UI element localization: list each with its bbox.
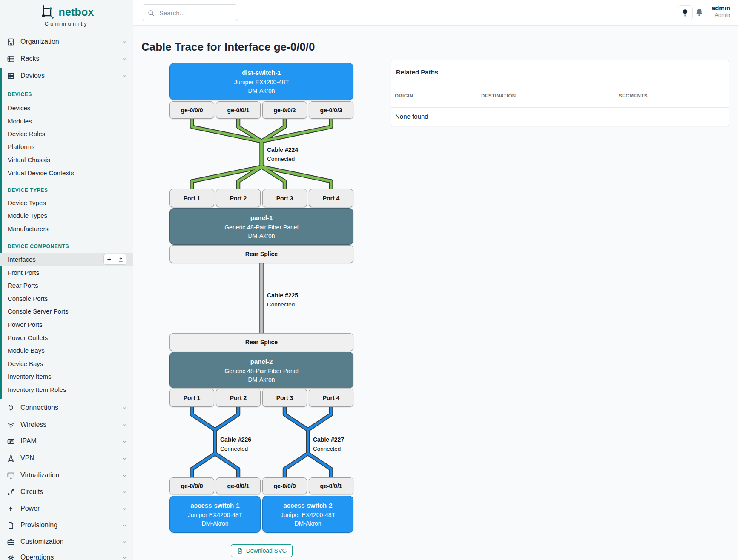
device-site: DM-Akron (170, 519, 260, 528)
port-box[interactable]: ge-0/0/3 (309, 101, 353, 119)
port-box[interactable]: Port 4 (309, 389, 353, 407)
search-input[interactable] (158, 9, 233, 17)
sidebar-group-racks[interactable]: Racks (0, 51, 133, 67)
netbox-app: netbox Community Organization Racks Devi… (0, 0, 738, 560)
group-label: Operations (20, 554, 121, 560)
port-box[interactable]: ge-0/0/1 (216, 101, 261, 119)
theme-toggle-button[interactable] (678, 5, 693, 20)
cable-label-226[interactable]: Cable #226 Connected (220, 436, 251, 452)
sidebar-group-customization[interactable]: Customization (0, 534, 133, 550)
sidebar-group-circuits[interactable]: Circuits (0, 484, 133, 500)
interface-add-button[interactable] (103, 254, 115, 265)
port-box[interactable]: ge-0/0/0 (169, 477, 214, 494)
sidebar-item[interactable]: Front Ports (0, 266, 133, 279)
sidebar-item[interactable]: Device Bays (0, 357, 133, 370)
device-name: access-switch-1 (170, 501, 260, 509)
chevron-down-icon (121, 506, 128, 512)
plus-icon (106, 257, 112, 262)
sidebar-item[interactable]: Console Ports (0, 292, 133, 305)
sidebar-group-devices[interactable]: Devices (0, 68, 133, 84)
sidebar-group-power[interactable]: Power (0, 500, 133, 517)
rear-splice-box[interactable]: Rear Splice (169, 245, 353, 263)
device-site: DM-Akron (170, 375, 353, 384)
sidebar-item[interactable]: Power Outlets (0, 331, 133, 344)
sidebar-group-operations[interactable]: Operations (0, 549, 133, 560)
user-menu[interactable]: admin Admin (712, 4, 730, 19)
port-box[interactable]: Port 4 (309, 189, 353, 207)
cable-id: Cable #227 (313, 436, 344, 443)
gear-icon (7, 554, 15, 560)
port-box[interactable]: ge-0/0/0 (169, 101, 214, 119)
port-box[interactable]: Port 1 (169, 389, 214, 407)
chevron-down-icon (121, 73, 128, 79)
sidebar-group-provisioning[interactable]: Provisioning (0, 517, 133, 533)
sidebar-item[interactable]: Virtual Chassis (0, 153, 133, 166)
wifi-icon (7, 421, 15, 429)
netbox-logo[interactable]: netbox Community (0, 4, 133, 27)
sidebar-item[interactable]: Console Server Ports (0, 305, 133, 318)
bolt-icon (7, 505, 15, 513)
cable-id: Cable #224 (267, 146, 298, 154)
sidebar-group-connections[interactable]: Connections (0, 400, 133, 416)
port-box[interactable]: Port 2 (216, 389, 261, 407)
cable-label-224[interactable]: Cable #224 Connected (267, 146, 298, 163)
sidebar-item[interactable]: Modules (0, 114, 133, 128)
trace-node-dist-switch[interactable]: dist-switch-1 Juniper EX4200-48T DM-Akro… (169, 63, 353, 100)
chevron-down-icon (121, 39, 128, 45)
cable-label-225[interactable]: Cable #225 Connected (267, 292, 298, 308)
group-label: Racks (20, 55, 121, 63)
notifications-button[interactable] (695, 8, 704, 17)
sidebar-item[interactable]: Inventory Item Roles (0, 383, 133, 396)
download-svg-label: Download SVG (246, 547, 287, 554)
device-model: Juniper EX4200-48T (170, 78, 353, 86)
trace-node-panel-2[interactable]: panel-2 Generic 48-Pair Fiber Panel DM-A… (169, 352, 353, 388)
group-label: Power (20, 505, 121, 512)
lightbulb-icon (681, 9, 689, 17)
sidebar-item[interactable]: Manufacturers (0, 222, 133, 235)
cable-status: Connected (267, 155, 298, 163)
port-box[interactable]: Port 3 (262, 189, 307, 207)
sidebar-group-organization[interactable]: Organization (0, 34, 133, 50)
rear-splice-box[interactable]: Rear Splice (169, 333, 353, 351)
sidebar-item[interactable]: Platforms (0, 140, 133, 153)
sidebar-group-virtualization[interactable]: Virtualization (0, 467, 133, 483)
group-label: Connections (20, 404, 121, 411)
server-icon (7, 72, 15, 80)
interface-import-button[interactable] (115, 254, 126, 265)
sidebar-group-wireless[interactable]: Wireless (0, 417, 133, 433)
port-box[interactable]: Port 2 (216, 189, 261, 207)
sidebar-item[interactable]: Device Types (0, 196, 133, 209)
section-header-device-types: DEVICE TYPES (8, 187, 48, 193)
group-label: Customization (20, 538, 121, 546)
sidebar-item[interactable]: Virtual Device Contexts (0, 166, 133, 180)
trace-node-access-switch-2[interactable]: access-switch-2 Juniper EX4200-48T DM-Ak… (262, 496, 353, 533)
sidebar-item[interactable]: Power Ports (0, 318, 133, 331)
device-model: Juniper EX4200-48T (263, 511, 353, 519)
chevron-down-icon (121, 472, 128, 479)
trace-node-panel-1[interactable]: panel-1 Generic 48-Pair Fiber Panel DM-A… (169, 208, 353, 245)
cable-label-227[interactable]: Cable #227 Connected (313, 436, 344, 452)
sidebar-item[interactable]: Inventory Items (0, 370, 133, 383)
sidebar-item[interactable]: Rear Ports (0, 279, 133, 292)
port-box[interactable]: Port 1 (169, 189, 214, 207)
device-model: Generic 48-Pair Fiber Panel (170, 223, 353, 231)
sidebar-item[interactable]: Devices (0, 101, 133, 114)
port-box[interactable]: ge-0/0/0 (262, 477, 307, 494)
port-box[interactable]: ge-0/0/1 (309, 477, 353, 494)
device-name: panel-2 (170, 357, 353, 366)
sidebar-group-ipam[interactable]: IPAM (0, 433, 133, 449)
trace-node-access-switch-1[interactable]: access-switch-1 Juniper EX4200-48T DM-Ak… (169, 496, 261, 533)
download-svg-button[interactable]: Download SVG (231, 544, 293, 557)
device-name: dist-switch-1 (170, 69, 353, 77)
group-label: Provisioning (20, 521, 121, 529)
global-search[interactable] (142, 4, 238, 21)
sidebar-item[interactable]: Device Roles (0, 127, 133, 140)
group-label: Devices (20, 72, 121, 80)
port-box[interactable]: Port 3 (262, 389, 307, 407)
sidebar-group-vpn[interactable]: VPN (0, 450, 133, 466)
port-box[interactable]: ge-0/0/2 (262, 101, 307, 119)
sidebar-item[interactable]: Module Types (0, 209, 133, 222)
port-box[interactable]: ge-0/0/1 (216, 477, 261, 494)
sidebar-item-interfaces[interactable]: Interfaces (0, 253, 133, 266)
sidebar-item[interactable]: Module Bays (0, 344, 133, 357)
